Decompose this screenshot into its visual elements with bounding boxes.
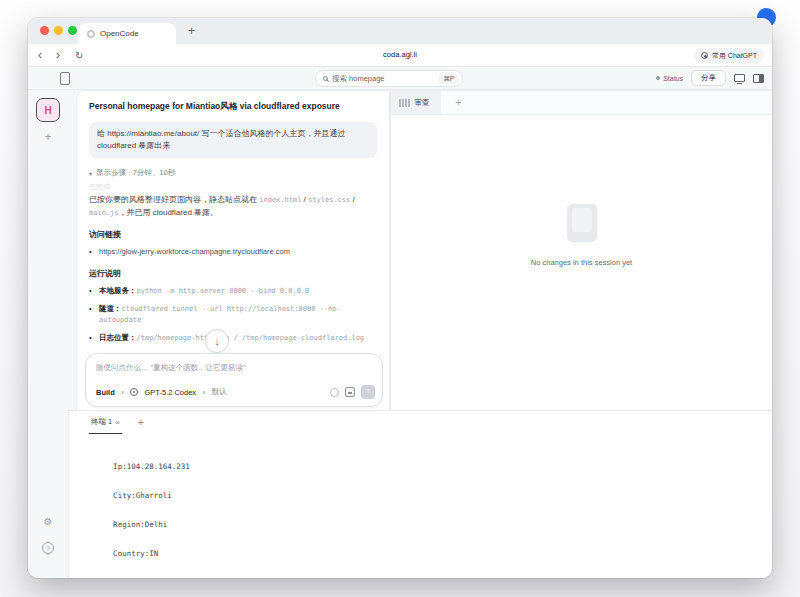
terminal-tab-label: 终端 1 — [91, 417, 112, 427]
composer: 随便问点什么… “重构这个函数，让它更易读” Build ∨ GPT-5.2 C… — [85, 353, 383, 407]
model-variant-selector[interactable]: 默认 — [212, 387, 227, 397]
search-shortcut-badge: ⌘P — [439, 74, 458, 84]
bullet-icon: • — [89, 304, 99, 325]
openai-logo-icon — [130, 388, 138, 396]
review-tabbar: 审查 + — [391, 91, 772, 115]
chat-panel: Personal homepage for Miantiao风格 via clo… — [76, 90, 390, 410]
review-tab-label: 审查 — [415, 98, 430, 108]
run-item-code: cloudflared tunnel --url http://localhos… — [99, 305, 341, 324]
share-button[interactable]: 分享 — [691, 70, 726, 86]
access-heading: 访问链接 — [89, 229, 377, 240]
empty-file-icon — [567, 204, 597, 242]
tab-title: OpenCode — [100, 29, 139, 38]
bullet-icon: • — [89, 286, 99, 297]
status-dot-icon — [656, 76, 660, 80]
search-input[interactable]: 搜索 homepage ⌘P — [315, 70, 463, 87]
inline-code: index.html — [259, 196, 301, 204]
new-tab-button[interactable]: + — [188, 22, 195, 40]
summary-text: 已按你要的风格整理好页面内容，静态站点就在 — [89, 195, 259, 204]
terminal-line: Country:IN — [77, 549, 764, 559]
mode-selector[interactable]: Build — [96, 388, 115, 397]
empty-state-text: No changes in this session yet — [531, 258, 632, 267]
browser-tab-opencode[interactable]: OpenCode — [78, 23, 176, 44]
chatgpt-logo-icon — [701, 52, 708, 59]
run-item-tunnel: • 隧道：cloudflared tunnel --url http://loc… — [89, 304, 377, 325]
status-indicator[interactable]: Status — [656, 75, 683, 82]
run-item-code: python -m http.server 8000 --bind 0.0.0.… — [137, 287, 310, 295]
model-selector[interactable]: GPT-5.2 Codex — [144, 388, 196, 397]
summary-text: / — [350, 195, 354, 204]
session-title: Personal homepage for Miantiao风格 via clo… — [89, 101, 377, 113]
project-initial: H — [44, 105, 51, 116]
project-avatar[interactable]: H — [36, 98, 60, 122]
sidebar-toggle-icon[interactable] — [60, 72, 70, 85]
search-icon — [323, 76, 328, 81]
settings-gear-icon[interactable]: ⚙ — [28, 516, 68, 527]
tab-terminal-1[interactable]: 终端 1 × — [89, 411, 122, 434]
run-item-local: • 本地服务：python -m http.server 8000 --bind… — [89, 286, 377, 297]
terminal-line: Region:Delhi — [77, 520, 764, 530]
close-window-button[interactable] — [40, 26, 49, 35]
left-rail: H + ⚙ ? — [28, 90, 68, 578]
bullet-icon: • — [89, 247, 99, 258]
bullet-icon: • — [89, 333, 99, 344]
voice-circle-icon[interactable] — [330, 388, 339, 397]
new-project-button[interactable]: + — [28, 130, 68, 144]
attach-image-icon[interactable] — [345, 387, 355, 397]
minimize-window-button[interactable] — [54, 26, 63, 35]
review-panel: 审查 + No changes in this session yet — [390, 90, 772, 410]
browser-tabstrip: OpenCode + — [28, 18, 772, 44]
help-icon[interactable]: ? — [42, 542, 54, 554]
terminal-line: Loc:28.6167,77.3321 — [77, 577, 764, 578]
inline-code: styles.css — [308, 196, 350, 204]
chat-scroll-area[interactable]: Personal homepage for Miantiao风格 via clo… — [77, 91, 389, 350]
faded-step-fragment: 已完成 — [89, 182, 377, 190]
run-item-label: 本地服务： — [99, 286, 137, 295]
run-item-label: 隧道： — [99, 304, 122, 313]
run-item-code: /tmp/homepage-http.log / /tmp/homepage-c… — [137, 334, 365, 342]
browser-toolbar: ‹ › ↻ coda.agi.li 常用 ChatGPT — [28, 44, 772, 67]
close-icon[interactable]: × — [115, 418, 120, 427]
new-terminal-button[interactable]: + — [138, 417, 144, 428]
tunnel-link[interactable]: https://glow-jerry-workforce-champagne.t… — [99, 247, 290, 258]
chevron-down-icon: ∨ — [202, 389, 206, 395]
columns-icon — [399, 99, 410, 107]
chevron-down-icon: ∨ — [121, 389, 125, 395]
summary-text: ，并已用 cloudflared 暴露。 — [119, 208, 219, 217]
chatgpt-profile-button[interactable]: 常用 ChatGPT — [694, 48, 764, 63]
composer-input[interactable]: 随便问点什么… “重构这个函数，让它更易读” — [86, 354, 382, 373]
chatgpt-profile-label: 常用 ChatGPT — [712, 51, 757, 61]
scroll-to-bottom-button[interactable]: ↓ — [205, 329, 229, 353]
browser-window: OpenCode + ‹ › ↻ coda.agi.li 常用 ChatGPT … — [28, 18, 772, 578]
assistant-summary: 已按你要的风格整理好页面内容，静态站点就在 index.html / style… — [89, 194, 377, 219]
run-heading: 运行说明 — [89, 268, 377, 279]
chevron-down-icon: ▾ — [89, 170, 92, 177]
terminal-tabbar: 终端 1 × + — [69, 411, 772, 434]
review-empty-state: No changes in this session yet — [391, 115, 772, 410]
inline-code: main.js — [89, 209, 119, 217]
user-message: 给 https://miantiao.me/about/ 写一个适合他风格的个人… — [89, 122, 377, 158]
layout-panel-icon[interactable] — [753, 74, 764, 83]
tab-review[interactable]: 审查 — [391, 91, 441, 114]
zoom-window-button[interactable] — [68, 26, 77, 35]
device-preview-icon[interactable] — [734, 74, 745, 82]
app-toolbar: 搜索 homepage ⌘P Status 分享 — [28, 67, 772, 90]
opencode-favicon-icon — [87, 30, 95, 38]
run-item-label: 日志位置： — [99, 333, 137, 342]
add-panel-tab-button[interactable]: + — [456, 97, 462, 108]
show-steps-toggle[interactable]: ▾ 显示步骤 · 7分钟、10秒 — [89, 168, 377, 178]
search-placeholder: 搜索 homepage — [332, 74, 435, 84]
status-label: Status — [663, 75, 683, 82]
address-bar[interactable]: coda.agi.li — [28, 44, 772, 66]
send-button[interactable]: ↑ — [361, 385, 375, 399]
run-item-logs: • 日志位置：/tmp/homepage-http.log / /tmp/hom… — [89, 333, 377, 344]
steps-label: 显示步骤 · 7分钟、10秒 — [96, 168, 175, 178]
terminal-line: City:Gharroli — [77, 491, 764, 501]
terminal-line: Ip:104.28.164.231 — [77, 462, 764, 472]
terminal-panel: 终端 1 × + Ip:104.28.164.231 City:Gharroli… — [68, 410, 772, 578]
terminal-output[interactable]: Ip:104.28.164.231 City:Gharroli Region:D… — [77, 443, 764, 578]
access-link-item: • https://glow-jerry-workforce-champagne… — [89, 247, 377, 258]
